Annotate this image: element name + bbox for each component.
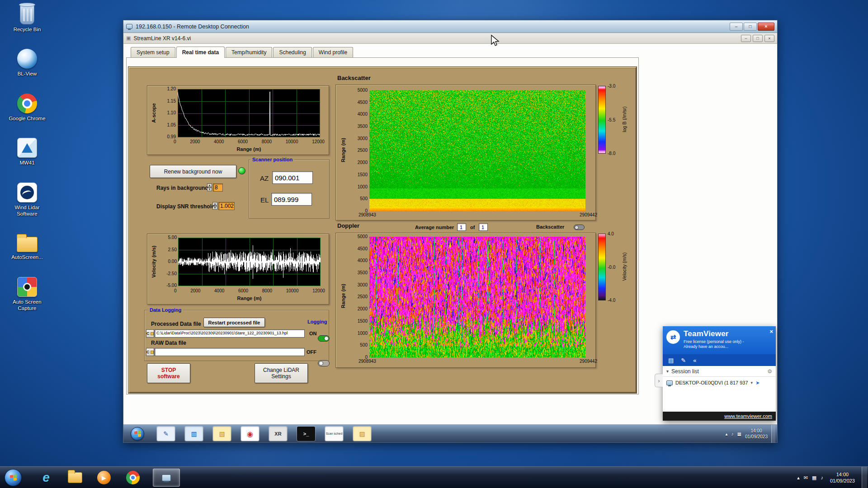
- rdp-window-icon: [126, 24, 132, 29]
- network-icon[interactable]: ▦: [737, 432, 741, 436]
- power-app-icon[interactable]: ◉: [241, 427, 259, 441]
- session-entry[interactable]: DESKTOP-OE0QDVI (1 817 937 ▾ ➤: [663, 377, 776, 389]
- bl-view-icon: [17, 49, 37, 69]
- restart-processed-file-button[interactable]: Restart processed file: [203, 318, 265, 327]
- network-icon[interactable]: ▦: [812, 475, 816, 481]
- show-desktop-button[interactable]: [862, 467, 867, 488]
- teamviewer-collapse-tab[interactable]: ›: [655, 374, 663, 387]
- app-close-button[interactable]: ×: [764, 35, 774, 42]
- doppler-colorbar-ticks: 4.0 -0.0 -4.0: [608, 231, 615, 303]
- velocity-x-axis-label: Range (m): [178, 296, 321, 301]
- remote-desktop-taskbar-icon[interactable]: [153, 469, 180, 487]
- documents-folder-icon[interactable]: ▨: [353, 427, 371, 441]
- desktop-icon-auto-screen-capture[interactable]: Auto Screen Capture: [5, 277, 50, 312]
- app-minimize-button[interactable]: –: [741, 35, 751, 42]
- app-restore-button[interactable]: □: [753, 35, 763, 42]
- processed-drive-button[interactable]: C: [146, 329, 154, 338]
- average-count-field[interactable]: 1: [479, 223, 488, 231]
- snr-value-field[interactable]: 1.002: [218, 202, 235, 210]
- el-value-field[interactable]: 089.999: [271, 193, 312, 206]
- windows-explorer-icon[interactable]: [66, 469, 84, 487]
- doppler-colorbar-label: Velocity (m/s): [622, 248, 627, 286]
- scan-sched-icon[interactable]: Scan sched: [325, 427, 343, 441]
- desktop-icon-column: Recycle Bin BL-View Google Chrome MW41 W…: [5, 5, 50, 311]
- az-value-field[interactable]: 090.001: [272, 171, 313, 184]
- volume-icon[interactable]: ♪: [821, 475, 823, 480]
- gear-icon[interactable]: ⚙: [767, 368, 772, 375]
- show-hidden-icons[interactable]: ▴: [797, 475, 800, 481]
- paint-app-icon[interactable]: ✎: [157, 427, 175, 441]
- expand-arrow-icon: ▾: [666, 369, 669, 374]
- computers-icon[interactable]: ▤: [668, 357, 674, 364]
- clock[interactable]: 14:00 01/09/2023: [827, 471, 858, 484]
- tab-system-setup[interactable]: System setup: [131, 47, 175, 57]
- pictures-folder-icon[interactable]: ▧: [213, 427, 231, 441]
- raw-logging-toggle[interactable]: [318, 360, 330, 366]
- show-hidden-icons[interactable]: ▴: [725, 432, 727, 436]
- tab-real-time-data[interactable]: Real time data: [176, 47, 225, 58]
- snr-spinner[interactable]: ▲▼: [212, 202, 217, 210]
- renew-background-button[interactable]: Renew background now: [150, 165, 236, 178]
- average-number-field[interactable]: 1: [457, 223, 466, 231]
- media-player-icon[interactable]: ▶: [95, 469, 113, 487]
- folder-icon: [17, 237, 38, 252]
- collapse-icon[interactable]: «: [693, 357, 696, 364]
- backscatter-display-toggle[interactable]: [574, 225, 585, 230]
- teamviewer-title: TeamViewer: [684, 329, 772, 338]
- chevron-down-icon[interactable]: ▾: [751, 380, 753, 385]
- rays-spinner[interactable]: ▲▼: [207, 183, 212, 191]
- raw-drive-button[interactable]: C: [146, 348, 154, 356]
- action-center-icon[interactable]: ✉: [804, 475, 808, 481]
- remote-show-desktop-button[interactable]: [771, 425, 775, 443]
- teamviewer-close-button[interactable]: ×: [769, 328, 773, 335]
- remote-control-icon[interactable]: ➤: [755, 380, 760, 386]
- tab-scheduling[interactable]: Scheduling: [273, 47, 311, 57]
- remote-clock[interactable]: 14:00 01/09/2023: [745, 428, 768, 440]
- ascope-y-ticks: 1.20 1.15 1.10 1.05 0.99: [160, 87, 176, 139]
- remote-start-button[interactable]: [131, 427, 144, 441]
- desktop-icon-mw41[interactable]: MW41: [5, 138, 50, 166]
- volume-icon[interactable]: ♪: [731, 432, 733, 436]
- app-window-title: StreamLine XR v14-6.vi: [133, 35, 191, 42]
- network-app-icon[interactable]: ▥: [185, 427, 203, 441]
- desktop-icon-wind-lidar[interactable]: Wind Lidar Software: [5, 183, 50, 217]
- rdp-titlebar[interactable]: 192.168.0.150 - Remote Desktop Connectio…: [123, 20, 777, 33]
- doppler-y-axis-label: Range (m): [340, 280, 346, 312]
- backscatter-colorbar: [598, 86, 606, 154]
- teamviewer-header: ⇄ TeamViewer Free license (personal use …: [663, 326, 776, 354]
- raw-path-field[interactable]: [155, 348, 305, 356]
- doppler-y-ticks: 5000 4500 4000 3500 3000 2500 2000 1500 …: [351, 235, 368, 360]
- processed-path-field[interactable]: C:\Lidar\Data\Proc\2023\202309\20230901\…: [155, 329, 305, 338]
- desktop-icon-recycle-bin[interactable]: Recycle Bin: [5, 5, 50, 33]
- rdp-restore-button[interactable]: □: [744, 23, 757, 31]
- desktop-icon-label: Google Chrome: [5, 115, 50, 122]
- backscatter-y-axis-label: Range (m): [340, 134, 346, 166]
- tab-temp-humidity[interactable]: Temp/humidity: [226, 47, 272, 57]
- app-titlebar[interactable]: ▣ StreamLine XR v14-6.vi – □ ×: [123, 33, 777, 44]
- desktop-icon-google-chrome[interactable]: Google Chrome: [5, 94, 50, 122]
- rays-value-field[interactable]: 8: [213, 183, 223, 192]
- app-window-icon: ▣: [126, 35, 131, 41]
- rdp-close-button[interactable]: ×: [758, 23, 774, 31]
- processed-logging-toggle[interactable]: [318, 335, 330, 342]
- xr-app-icon[interactable]: XR: [269, 427, 287, 441]
- backscatter-colorbar-ticks: -3.0 -5.5 -8.0: [608, 84, 615, 156]
- rdp-window-title: 192.168.0.150 - Remote Desktop Connectio…: [136, 23, 249, 30]
- change-lidar-settings-button[interactable]: Change LiDAR Settings: [255, 363, 308, 383]
- annotate-icon[interactable]: ✎: [681, 357, 686, 364]
- command-prompt-icon[interactable]: >_: [297, 427, 315, 441]
- desktop-icon-bl-view[interactable]: BL-View: [5, 49, 50, 77]
- computer-icon: [666, 380, 673, 385]
- rdp-minimize-button[interactable]: –: [730, 23, 743, 31]
- desktop-icon-autoscreen-folder[interactable]: AutoScreen...: [5, 233, 50, 260]
- stop-software-button[interactable]: STOP software: [147, 363, 190, 383]
- backscatter-graph: Range (m) 5000 4500 4000 3500 3000 2500 …: [335, 84, 596, 221]
- session-list-header[interactable]: ▾ Session list ⚙: [663, 366, 776, 377]
- internet-explorer-icon[interactable]: e: [37, 469, 55, 487]
- tab-wind-profile[interactable]: Wind profile: [313, 47, 353, 57]
- velocity-y-ticks: 5.00 2.50 0.00 -2.50 -5.00: [160, 235, 177, 288]
- teamviewer-link[interactable]: www.teamviewer.com: [724, 413, 772, 419]
- tab-strip: System setup Real time data Temp/humidit…: [131, 46, 354, 57]
- start-button[interactable]: [5, 469, 22, 486]
- chrome-taskbar-icon[interactable]: [124, 469, 142, 487]
